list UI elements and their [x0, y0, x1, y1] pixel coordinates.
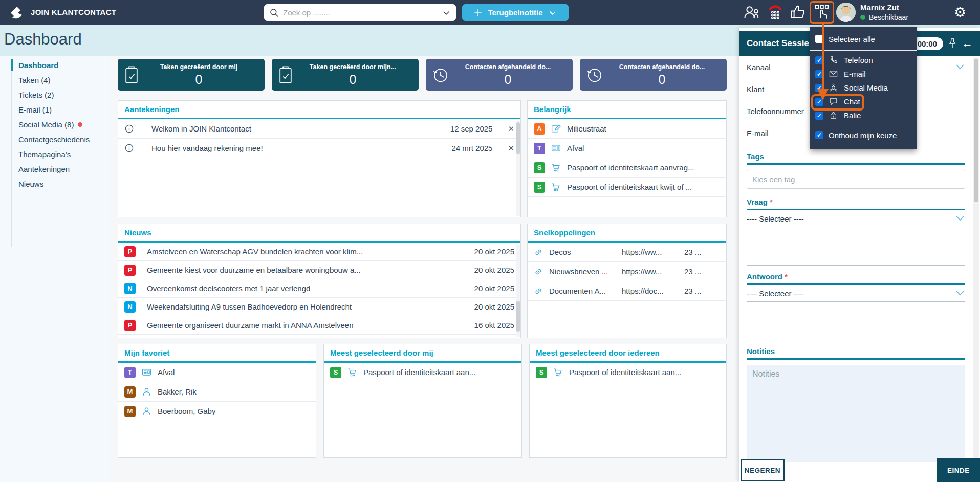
antwoord-textarea[interactable]: [747, 301, 965, 340]
belangrijk-row[interactable]: A Milieustraat: [528, 119, 726, 139]
select-all-checkbox[interactable]: [815, 35, 823, 43]
clipboard-check-icon: [124, 65, 139, 84]
sidebar-item-tickets[interactable]: Tickets (2): [18, 89, 54, 101]
panel-scrollbar[interactable]: [973, 57, 979, 482]
divider: [810, 124, 917, 124]
sidebar-item-nieuws[interactable]: Nieuws: [18, 178, 43, 190]
search-chevron-icon[interactable]: [442, 8, 451, 17]
vraag-textarea[interactable]: [747, 227, 965, 266]
remember-choice-row[interactable]: ✓ Onthoud mijn keuze: [810, 127, 917, 143]
scrollbar[interactable]: [516, 121, 520, 216]
type-badge: T: [534, 143, 545, 154]
clock-history-icon: [586, 66, 603, 83]
vraag-select[interactable]: ---- Selecteer ----: [747, 210, 965, 227]
news-row[interactable]: N Overeenkomst deelscooters met 1 jaar v…: [118, 279, 520, 298]
sidebar-item-email[interactable]: E-mail (1): [18, 103, 52, 116]
shortcut-date: 23 ...: [684, 248, 701, 256]
search-input[interactable]: [283, 8, 442, 17]
channel-select-icon[interactable]: [814, 4, 830, 20]
panel-title: Nieuws: [118, 224, 520, 243]
scrollbar[interactable]: [516, 245, 520, 337]
required-mark: *: [785, 272, 788, 281]
terugbelnotitie-button[interactable]: Terugbelnotitie: [462, 4, 569, 21]
news-date: 20 okt 2025: [474, 266, 514, 274]
belangrijk-row[interactable]: S Paspoort of identiteitskaart aanvrag..…: [528, 158, 726, 178]
type-badge: S: [330, 367, 341, 378]
type-badge: M: [124, 406, 136, 417]
pin-icon[interactable]: [948, 38, 956, 49]
shortcut-row[interactable]: Decos https://ww... 23 ...: [528, 243, 726, 262]
negeren-button[interactable]: NEGEREN: [741, 459, 785, 481]
channel-option-balie[interactable]: ✓ Balie: [810, 108, 917, 122]
contacts-icon[interactable]: [743, 4, 761, 20]
belangrijk-row[interactable]: S Paspoort of identiteitskaart kwijt of …: [528, 178, 726, 197]
channel-option-email[interactable]: ✓ E-mail: [810, 67, 917, 81]
person-icon: [142, 387, 151, 397]
channel-option-social-media[interactable]: ✓ Social Media: [810, 81, 917, 95]
belangrijk-row[interactable]: T Afval: [528, 139, 726, 158]
channel-option-telefoon[interactable]: ✓ Telefoon: [810, 53, 917, 67]
news-badge: P: [124, 246, 136, 257]
einde-button[interactable]: EINDE: [937, 458, 980, 482]
stat-card-taken-mij[interactable]: Taken gecreëerd door mij0: [118, 59, 265, 91]
app-title: JOIN KLANTCONTACT: [31, 8, 116, 16]
user-avatar[interactable]: [836, 3, 856, 22]
balie-icon: [829, 111, 838, 120]
settings-gear-icon[interactable]: ⚙: [954, 3, 966, 21]
favorite-row[interactable]: T Afval: [118, 363, 316, 382]
close-icon[interactable]: ✕: [508, 124, 514, 134]
stat-label: Contacten afgehandeld do...: [449, 63, 567, 71]
item-text: Afval: [567, 144, 720, 152]
note-row[interactable]: Hou hier vandaag rekening mee! 24 mrt 20…: [118, 139, 520, 158]
favorite-row[interactable]: M Bakker, Rik: [118, 382, 316, 402]
tags-input[interactable]: [747, 170, 965, 189]
antwoord-select[interactable]: ---- Selecteer ----: [747, 285, 965, 301]
most-selected-row[interactable]: S Paspoort of identiteitskaart aan...: [324, 363, 521, 382]
sidebar-item-contactgeschiedenis[interactable]: Contactgeschiedenis: [18, 133, 90, 145]
stat-card-contacten-1[interactable]: Contacten afgehandeld do...0: [426, 59, 573, 91]
shortcut-row[interactable]: Documenten A... https://doc... 23 ...: [528, 281, 726, 301]
collapse-arrow-icon[interactable]: ←: [962, 38, 973, 49]
channel-option-chat[interactable]: ✓ Chat: [810, 95, 917, 108]
sidebar-item-aantekeningen[interactable]: Aantekeningen: [18, 163, 70, 175]
shortcut-date: 23 ...: [684, 287, 701, 295]
note-row[interactable]: Welkom in JOIN Klantcontact 12 sep 2025 …: [118, 119, 520, 139]
notities-textarea[interactable]: [747, 365, 965, 462]
select-all-row[interactable]: Selecteer alle: [810, 31, 917, 47]
link-icon: [534, 267, 543, 276]
sidebar-item-themapaginas[interactable]: Themapagina’s: [18, 148, 71, 160]
stat-label: Contacten afgehandeld do...: [603, 63, 721, 71]
checkbox-checked[interactable]: ✓: [815, 98, 823, 106]
type-badge: T: [124, 367, 136, 378]
chevron-down-icon[interactable]: [955, 63, 965, 71]
sidebar-item-social-media[interactable]: Social Media (8): [18, 118, 82, 130]
sidebar-item-taken[interactable]: Taken (4): [18, 74, 51, 86]
stat-label: Taken gecreëerd door mijn...: [293, 63, 412, 71]
user-info[interactable]: Marnix Zut Beschikbaar: [860, 3, 908, 21]
stat-card-taken-team[interactable]: Taken gecreëerd door mijn...0: [272, 59, 419, 91]
news-row[interactable]: P Gemeente organiseert duurzame markt in…: [118, 316, 520, 335]
dialer-icon[interactable]: [767, 4, 784, 20]
favorite-row[interactable]: M Boerboom, Gaby: [118, 402, 316, 421]
shortcut-row[interactable]: Nieuwsbrieven ... https://ww... 23 ...: [528, 262, 726, 281]
panel-mijn-favoriet: Mijn favoriet T Afval M Bakker, Rik M Bo…: [118, 344, 316, 458]
news-row[interactable]: N Weekendafsluiting A9 tussen Badhoevedo…: [118, 298, 520, 316]
thumbs-up-icon[interactable]: [789, 4, 807, 20]
checkbox-checked[interactable]: ✓: [815, 84, 823, 92]
most-selected-row[interactable]: S Paspoort of identiteitskaart aan...: [530, 363, 726, 382]
checkbox-checked[interactable]: ✓: [815, 70, 823, 78]
news-date: 20 okt 2025: [474, 284, 514, 293]
checkbox-checked[interactable]: ✓: [815, 112, 823, 120]
news-row[interactable]: P Gemeente kiest voor duurzame en betaal…: [118, 261, 520, 279]
checkbox-checked[interactable]: ✓: [815, 131, 823, 139]
scrollbar-thumb[interactable]: [974, 59, 978, 202]
close-icon[interactable]: ✕: [508, 144, 514, 153]
type-badge: S: [534, 162, 545, 173]
item-text: Milieustraat: [567, 124, 720, 133]
news-row[interactable]: P Amstelveen en Waterschap AGV bundelen …: [118, 243, 520, 261]
stat-card-contacten-2[interactable]: Contacten afgehandeld do...0: [580, 59, 727, 91]
sidebar-item-dashboard[interactable]: Dashboard: [18, 59, 58, 71]
link-icon: [534, 248, 543, 257]
checkbox-checked[interactable]: ✓: [815, 56, 823, 64]
panel-title: Snelkoppelingen: [528, 224, 726, 243]
